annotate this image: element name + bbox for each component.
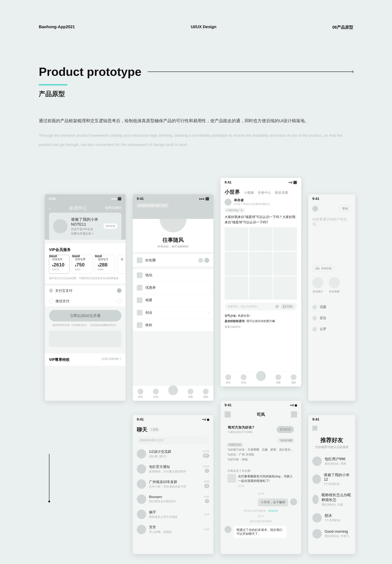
plan-card[interactable]: 3.3折连续包年¥2610¥2576 (49, 255, 69, 274)
post-avatar[interactable] (225, 199, 231, 206)
search-input[interactable]: 搜索昵称/聊天记录 (137, 437, 209, 444)
add-image[interactable]: 添加图片 (312, 277, 324, 294)
tab-home[interactable]: 首页 (138, 389, 143, 399)
menu-friends[interactable]: 好友圈 (133, 254, 213, 267)
back-icon[interactable] (312, 426, 317, 431)
post-author: 幸存者 (234, 198, 270, 202)
add-friend-link[interactable]: 添加好友 (268, 509, 278, 512)
voice-pill[interactable]: 添加语音 (312, 265, 334, 272)
match-badge: 匹配度 98% (228, 443, 243, 447)
recommend-item[interactable]: 谁偷了我的小米122个共同好友 (308, 469, 355, 489)
privilege-row[interactable]: VIP尊享特权全部15项特权 > (45, 353, 126, 366)
phone-profile: 9:41●●●⬛ 王者荣耀 | 漫威 | 电影 | 2011 往事随风 所有的好… (133, 194, 213, 401)
plan-card[interactable]: 优惠连续包月¥288¥288 (95, 255, 115, 274)
profile-tags: 王者荣耀 | 漫威 | 电影 | 2011 (137, 203, 168, 208)
comment-input[interactable]: 有爱评论，说点儿好听的~💬 3046 (225, 303, 297, 310)
tab-bar: 首页 红包 消息 我的 (133, 386, 213, 401)
radio-off-icon (117, 299, 122, 303)
compose-placeholder[interactable]: 向世界展示你的个性生活... (308, 214, 355, 229)
emoji-icon[interactable] (275, 305, 279, 308)
image-grid (225, 227, 297, 300)
info-card: Ta的好友圈 匹配度 98% Ta的吸引标签：王者荣耀、汉服、奶茶、流行音乐..… (225, 440, 297, 464)
renew-link[interactable]: 续费与开通记录 > (71, 232, 100, 236)
tab-me[interactable]: 我的 (291, 374, 297, 384)
plan-card[interactable]: 0.4折连续包季¥750¥894 (72, 255, 92, 274)
badge-icon (204, 258, 209, 263)
wechat-icon (49, 299, 54, 303)
menu-wallet[interactable]: 钱包 (133, 269, 213, 282)
tab-message[interactable]: 消息 (275, 374, 281, 384)
recommend-item[interactable]: 昵称很长怎么办昵称很长怎通讯录好友: 刘超 (308, 489, 355, 510)
rights-pill[interactable]: 我的权益 (104, 224, 117, 229)
post-topic[interactable]: # 我的Vlog一天 (225, 208, 244, 213)
post-meta: 13:56 广州市白云区蟹华宜展中心 (234, 202, 270, 206)
system-text: 你们已成功加为好友 (220, 520, 301, 523)
badge-icon (198, 258, 203, 263)
page-header: Baohong-App2021 UI/UX Design 06产品原型 (39, 25, 353, 30)
title-row: Product prototype (39, 65, 353, 78)
agreement-text: 购买即视为同意《VIP服务协议》《会员自动续费服务协议》 (45, 324, 126, 327)
pay-wechat[interactable]: 微信支付 (45, 296, 126, 306)
friends-circle-link[interactable]: Ta的好友圈 (278, 438, 294, 443)
nav-title: 会员中心 (69, 205, 87, 211)
avatar (312, 206, 318, 212)
opt-location[interactable]: 定位 (308, 313, 355, 324)
plan-list: 3.3折连续包年¥2610¥2576 0.4折连续包季¥750¥894 优惠连续… (45, 255, 126, 277)
tab-me[interactable]: 我的 (203, 389, 209, 399)
title-underline (39, 84, 67, 85)
tab-home[interactable]: 首页 (225, 374, 231, 384)
back-icon[interactable]: ‹ (49, 205, 51, 211)
user-card: 谁偷了我的小米NOTE11 您还不是VIP会员 续费与开通记录 > 我的权益 (49, 213, 122, 240)
draft-button[interactable]: 草稿 (339, 205, 351, 212)
feed-nav: 小世界 小视频 任务中心 附近优惠 (220, 187, 301, 198)
menu-startup[interactable]: 创业› (133, 307, 213, 319)
add-video[interactable]: 添加视频 (329, 277, 340, 294)
chat-item[interactable]: GZ设计交流群派比熊: [图片]12:3499+ (133, 446, 213, 461)
menu-album[interactable]: 相册 (133, 294, 213, 307)
chat-item[interactable]: 芳芳早上好啊，想我没8:30 (133, 522, 213, 537)
chat-item[interactable]: 杨宇我知道你上班又在摸鱼9:16 (133, 507, 213, 522)
chat-item[interactable]: Booopro明天周末去沙面玩吗?9:352 (133, 492, 213, 507)
description-en: Through the previous product framework c… (39, 131, 353, 149)
nav-redeem[interactable]: 使用兑换码 (105, 206, 122, 210)
avatar (53, 219, 67, 233)
add-friend-card: 将对方加为好友?Ta看起来似乎不错哦~ 加为好友 (225, 422, 297, 437)
status-bar: 9:41••ıl◼ (133, 415, 213, 424)
status-bar: 9:41••ıl⬛ (220, 178, 301, 187)
menu-coupon[interactable]: 优惠券 (133, 282, 213, 294)
tab-message[interactable]: 消息 (188, 389, 193, 399)
tab-center[interactable] (256, 374, 266, 384)
recommend-item[interactable]: 慈沐7个共同好友 (308, 510, 355, 526)
opt-privacy[interactable]: 公开 (308, 324, 355, 335)
compose-header: 草稿 (308, 203, 355, 214)
tab-center[interactable] (168, 389, 178, 399)
opt-topic[interactable]: 话题 (308, 302, 355, 313)
alipay-icon (49, 289, 53, 293)
pay-alipay[interactable]: 支付宝支付 (45, 285, 126, 296)
menu-fans[interactable]: 铁粉 (133, 319, 213, 331)
status-bar: 9:41 (308, 194, 355, 203)
chat-item[interactable]: 广州领克03车友群天河小雨：车机系统还是卡死9:5612 (133, 477, 213, 492)
feed-tab[interactable]: 任务中心 (258, 191, 271, 195)
back-icon[interactable] (225, 411, 231, 418)
view-more-comments[interactable]: 查看23条评论 (225, 325, 297, 329)
recommend-item[interactable]: Good morning通讯录好友: 许海飞 (308, 526, 355, 542)
phone-chatlist: 9:41••ıl◼ 聊天• 在线 搜索昵称/聊天记录 GZ设计交流群派比熊: [… (133, 415, 213, 554)
tab-redpacket[interactable]: 红包 (241, 374, 246, 384)
add-friend-button[interactable]: 加为好友 (277, 426, 294, 433)
purchase-button[interactable]: 立即以2610元开通 (49, 310, 122, 322)
recommend-item[interactable]: 包红用户996通讯录好友: 周周 (308, 453, 355, 469)
tab-redpacket[interactable]: 红包 (153, 389, 159, 399)
page-title: Product prototype (39, 65, 141, 78)
chat-item[interactable]: 包红官方通知疫情期间，出行要注意好防护10:001 (133, 461, 213, 477)
feed-tab-main[interactable]: 小世界 (225, 189, 240, 195)
feed-tab[interactable]: 附近优惠 (275, 191, 288, 195)
header-right: 06产品原型 (332, 25, 353, 30)
more-icon[interactable] (291, 411, 297, 418)
recommend-title: 推荐好友 (308, 436, 355, 444)
feed-tab[interactable]: 小视频 (244, 191, 254, 195)
plan-card[interactable]: 连 (118, 255, 126, 274)
msg-out: 小哥哥，在干嘛呀 (220, 497, 301, 508)
phone-vip: 9:41●●●⬛ ‹ 会员中心 使用兑换码 谁偷了我的小米NOTE11 您还不是… (45, 194, 126, 401)
moment-card[interactable]: 司凤发布了好友圈 在巴黎香榭丽舍大街的旅拍vlog，与家人一起出游真的很放松了!… (225, 466, 297, 490)
